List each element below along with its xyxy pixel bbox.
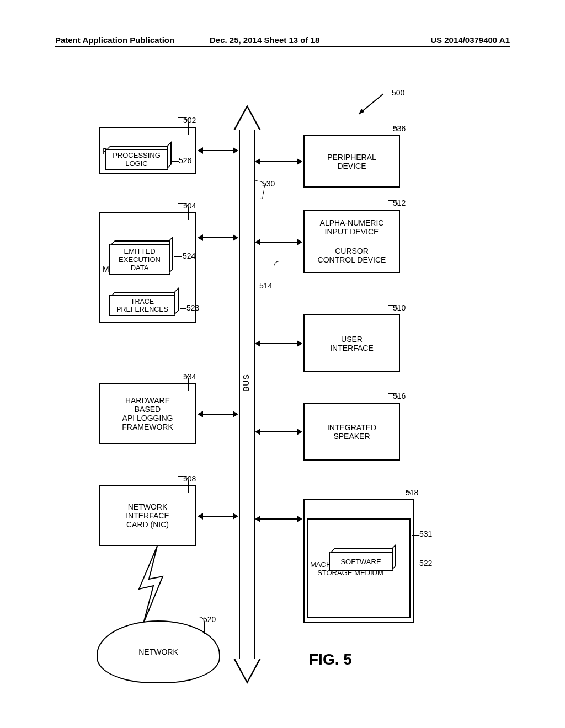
conn-secmem [256,518,301,520]
ref-531: 531 [419,529,432,538]
header-mid: Dec. 25, 2014 Sheet 13 of 18 [210,35,319,45]
ref-514: 514 [259,281,272,290]
speaker-label: INTEGRATED SPEAKER [327,423,376,441]
speaker-box: INTEGRATED SPEAKER [303,403,400,461]
page: Patent Application Publication Dec. 25, … [0,0,565,728]
hw-api-box: HARDWARE BASED API LOGGING FRAMEWORK [99,383,196,444]
conn-speaker [256,431,301,432]
nic-label: NETWORK INTERFACE CARD (NIC) [126,502,169,529]
network-label: NETWORK [138,647,178,656]
ref-522: 522 [419,559,432,568]
software-label: SOFTWARE [340,558,381,566]
conn-nic [199,516,237,517]
processing-logic-label: PROCESSING LOGIC [113,151,161,168]
processing-logic-box: PROCESSING LOGIC [105,149,168,170]
user-interface-box: USER INTERFACE [303,314,400,372]
emitted-box: EMITTED EXECUTION DATA [109,244,170,275]
ref-524: 524 [183,251,195,260]
alpha-label: ALPHA-NUMERIC INPUT DEVICE [320,218,384,236]
emitted-label: EMITTED EXECUTION DATA [119,247,161,272]
hw-api-label: HARDWARE BASED API LOGGING FRAMEWORK [122,396,173,431]
system-diagram: 500 BUS 530 PROCESSOR PROCESSING LOGIC 5… [99,94,452,673]
conn-processor [199,150,237,151]
conn-mainmem [199,237,237,238]
software-box: SOFTWARE [329,552,393,571]
conn-ui [256,343,301,344]
page-header: Patent Application Publication Dec. 25, … [55,46,510,61]
ref-526: 526 [179,156,191,165]
figure-title: FIG. 5 [309,651,352,668]
header-left: Patent Application Publication [55,35,174,45]
bus-body [239,130,255,659]
trace-box: TRACE PREFERENCES [109,295,175,316]
ref-500-arrow [353,91,386,119]
trace-label: TRACE PREFERENCES [116,298,168,313]
ref-520: 520 [203,615,216,624]
conn-input [256,242,301,243]
ref-500: 500 [392,88,404,97]
nic-box: NETWORK INTERFACE CARD (NIC) [99,485,196,546]
input-box: ALPHA-NUMERIC INPUT DEVICE CURSOR CONTRO… [303,210,400,273]
conn-hwapi [199,414,237,415]
cursor-label: CURSOR CONTROL DEVICE [318,247,386,264]
network-bolt-icon [132,546,177,623]
ui-label: USER INTERFACE [330,335,374,352]
header-right: US 2014/0379400 A1 [430,35,510,45]
peripheral-label: PERIPHERAL DEVICE [327,153,376,170]
bus-label: BUS [242,374,250,392]
peripheral-box: PERIPHERAL DEVICE [303,135,400,188]
ref-523: 523 [186,303,199,312]
conn-peripheral [256,161,301,162]
